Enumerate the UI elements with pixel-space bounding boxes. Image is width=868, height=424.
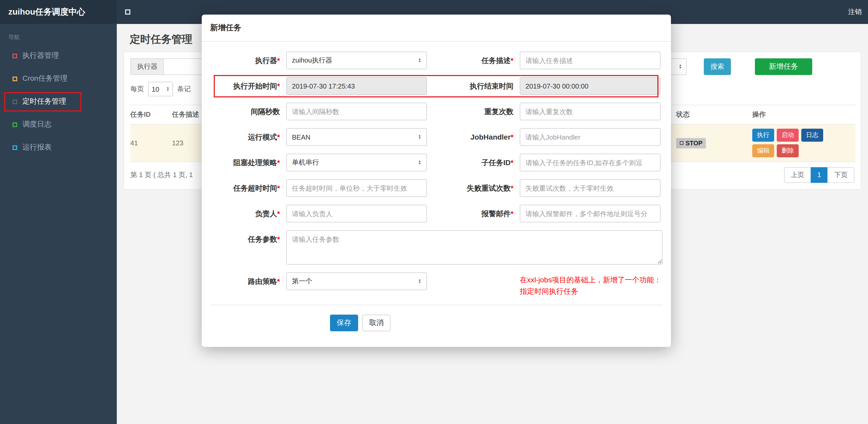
interval-seconds-input[interactable]: [286, 103, 427, 120]
select-caret-icon: ▲▼: [418, 134, 421, 140]
header-status: 状态: [676, 105, 752, 124]
square-icon: [12, 76, 17, 81]
child-task-id-input[interactable]: [520, 154, 660, 171]
form-row-timeout-retry: 任务超时时间* 失败重试次数*: [210, 179, 662, 197]
required-asterisk: *: [277, 235, 280, 243]
sidebar-item-label: 定时任务管理: [23, 97, 66, 106]
sidebar-item-cron-task-management[interactable]: Cron任务管理: [0, 67, 117, 90]
square-icon: [12, 122, 17, 127]
required-asterisk: *: [277, 158, 280, 167]
cell-status: STOP: [676, 124, 752, 162]
sidebar-item-scheduled-task-management[interactable]: 定时任务管理: [0, 90, 117, 113]
route-strategy-select[interactable]: 第一个 ▲▼: [286, 272, 427, 290]
run-mode-select[interactable]: BEAN ▲▼: [286, 128, 427, 146]
square-icon: [680, 141, 683, 145]
field-label: 任务描述*: [444, 52, 520, 69]
feature-note: 在xxl-jobs项目的基础上，新增了一个功能： 指定时间执行任务: [520, 272, 661, 297]
delete-button[interactable]: 删除: [777, 144, 799, 157]
required-asterisk: *: [510, 158, 514, 167]
run-button[interactable]: 执行: [752, 129, 774, 142]
next-page-button[interactable]: 下页: [827, 167, 855, 183]
field-label: 负责人*: [210, 205, 286, 222]
executor-filter-label: 执行器: [130, 58, 164, 75]
edit-button[interactable]: 编辑: [752, 144, 774, 157]
log-button[interactable]: 日志: [801, 129, 823, 142]
required-asterisk: *: [510, 133, 514, 141]
owner-input[interactable]: [286, 205, 427, 222]
required-asterisk: *: [277, 184, 280, 192]
sidebar-item-label: 调度日志: [23, 120, 52, 129]
form-row-task-params: 任务参数*: [210, 230, 662, 265]
sidebar-item-label: 运行报表: [23, 143, 52, 152]
app-window: zuihou任务调度中心 注销 导航 执行器管理 Cron任务管理 定时任务管理…: [0, 0, 868, 424]
sidebar-item-dispatch-log[interactable]: 调度日志: [0, 113, 117, 136]
sidebar-item-executor-management[interactable]: 执行器管理: [0, 44, 117, 67]
field-label: 失败重试次数*: [444, 179, 520, 197]
executor-select[interactable]: zuihou执行器 ▲▼: [286, 52, 427, 69]
sidebar-item-run-report[interactable]: 运行报表: [0, 136, 117, 159]
logout-link[interactable]: 注销: [848, 0, 862, 24]
form-row-block-strategy-childtask: 阻塞处理策略* 单机串行 ▲▼ 子任务ID*: [210, 154, 662, 171]
sidebar-nav-label: 导航: [0, 24, 117, 44]
modal-body: 执行器* zuihou执行器 ▲▼ 任务描述* 执行开始时间* 2019-07-…: [202, 42, 671, 297]
start-time-field[interactable]: 2019-07-30 17:25:43: [286, 77, 427, 95]
field-label: 阻塞处理策略*: [210, 154, 286, 171]
field-label: 重复次数: [444, 103, 520, 120]
select-caret-icon: ▲▼: [679, 64, 682, 69]
jobhandler-input[interactable]: [520, 128, 660, 146]
save-button[interactable]: 保存: [330, 315, 358, 331]
task-timeout-input[interactable]: [286, 179, 427, 197]
pagination-info: 第 1 页 ( 总共 1 页, 1: [130, 170, 193, 180]
form-row-runmode-jobhandler: 运行模式* BEAN ▲▼ JobHandler*: [210, 128, 662, 146]
repeat-count-input[interactable]: [520, 103, 660, 120]
field-label: JobHandler*: [444, 128, 520, 146]
page-size-prefix: 每页: [130, 85, 144, 94]
alarm-email-input[interactable]: [520, 205, 660, 222]
block-strategy-select-value: 单机串行: [292, 158, 319, 167]
square-icon: [12, 54, 17, 58]
start-button[interactable]: 启动: [777, 129, 799, 142]
page-size-select[interactable]: 10 ▲▼: [148, 82, 173, 96]
current-page-button[interactable]: 1: [811, 167, 828, 183]
field-label: 报警邮件*: [444, 205, 520, 222]
sidebar-item-label: Cron任务管理: [23, 74, 67, 83]
prev-page-button[interactable]: 上页: [784, 167, 811, 183]
add-task-button[interactable]: 新增任务: [755, 58, 812, 75]
header-task-id: 任务ID: [130, 105, 172, 124]
app-title: zuihou任务调度中心: [0, 0, 117, 24]
square-icon: [12, 99, 17, 104]
field-label: 任务参数*: [210, 230, 286, 248]
fail-retry-count-input[interactable]: [520, 179, 660, 197]
square-icon: [12, 145, 17, 150]
feature-note-line2: 指定时间执行任务: [520, 286, 661, 297]
menu-toggle-icon[interactable]: [125, 9, 130, 14]
select-caret-icon: ▲▼: [418, 279, 421, 284]
task-desc-input[interactable]: [520, 52, 660, 69]
field-label: 任务超时时间*: [210, 179, 286, 197]
required-asterisk: *: [277, 82, 280, 90]
form-row-executor-desc: 执行器* zuihou执行器 ▲▼ 任务描述*: [210, 52, 662, 69]
required-asterisk: *: [510, 56, 514, 65]
add-task-modal: 新增任务 执行器* zuihou执行器 ▲▼ 任务描述*: [202, 14, 671, 347]
route-strategy-select-value: 第一个: [292, 276, 312, 286]
field-label: 路由策略*: [210, 272, 286, 290]
form-row-start-end-time: 执行开始时间* 2019-07-30 17:25:43 执行结束时间 2019-…: [210, 77, 662, 95]
run-mode-select-value: BEAN: [292, 133, 310, 141]
task-params-textarea[interactable]: [286, 230, 662, 265]
pager: 上页 1 下页: [784, 167, 855, 183]
required-asterisk: *: [277, 133, 280, 141]
page-size-value: 10: [152, 85, 159, 93]
field-label: 子任务ID*: [444, 154, 520, 171]
field-label: 运行模式*: [210, 128, 286, 146]
end-time-field[interactable]: 2019-07-30 00:00:00: [520, 77, 660, 95]
search-button[interactable]: 搜索: [704, 58, 731, 75]
select-caret-icon: ▲▼: [418, 160, 421, 165]
cancel-button[interactable]: 取消: [362, 315, 391, 331]
page-size-suffix: 条记: [177, 85, 191, 94]
executor-select-value: zuihou执行器: [292, 56, 332, 65]
feature-note-line1: 在xxl-jobs项目的基础上，新增了一个功能：: [520, 274, 661, 286]
required-asterisk: *: [277, 209, 280, 218]
field-label: 执行结束时间: [444, 77, 520, 95]
block-strategy-select[interactable]: 单机串行 ▲▼: [286, 154, 427, 171]
field-label: 执行器*: [210, 52, 286, 69]
